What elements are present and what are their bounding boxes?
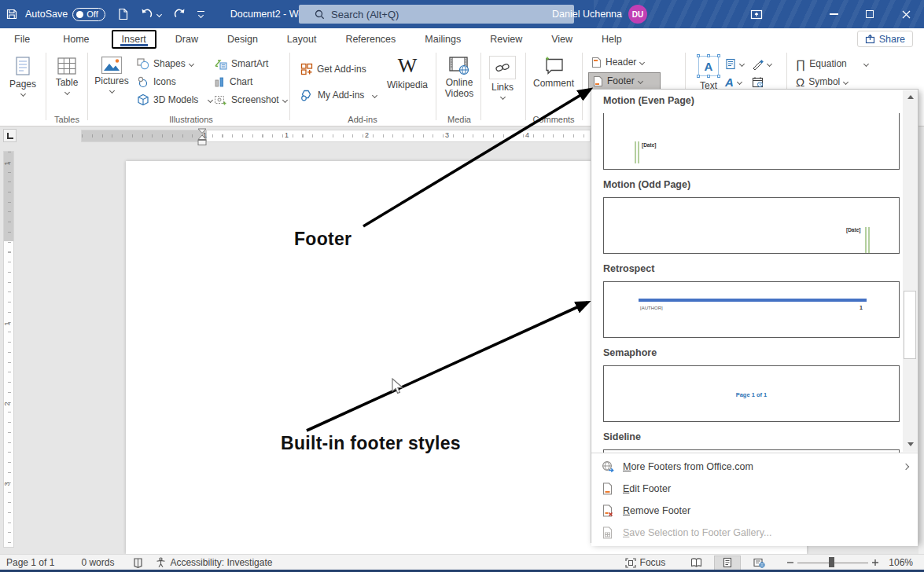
comment-button[interactable]: Comment <box>528 53 579 120</box>
3d-models-button[interactable]: 3D Models <box>137 92 212 108</box>
ribbon-display-options-button[interactable] <box>745 0 768 28</box>
date-time-button[interactable] <box>752 74 764 90</box>
signature-line-button[interactable] <box>752 56 771 72</box>
zoom-out-button[interactable] <box>783 555 797 570</box>
my-add-ins-chevron <box>372 92 377 97</box>
tab-insert[interactable]: Insert <box>112 30 156 49</box>
tab-view[interactable]: View <box>540 30 583 49</box>
tab-references[interactable]: References <box>334 30 407 49</box>
smartart-icon <box>214 58 227 70</box>
word-count[interactable]: 0 words <box>75 555 120 570</box>
menu-item-remove-footer[interactable]: Remove Footer <box>591 500 918 522</box>
symbol-button[interactable]: Ω Symbol <box>796 74 848 90</box>
document-scrollbar-strip[interactable] <box>918 126 924 554</box>
save-button[interactable] <box>0 0 24 28</box>
tab-review[interactable]: Review <box>479 30 533 49</box>
scrollbar-thumb[interactable] <box>904 291 916 359</box>
undo-dropdown-chevron[interactable] <box>156 11 162 16</box>
smartart-button[interactable]: SmartArt <box>214 56 268 72</box>
avatar[interactable]: DU <box>628 5 647 24</box>
equation-chevron <box>863 60 869 66</box>
links-button[interactable]: Links <box>484 53 521 120</box>
search-input[interactable]: Search (Alt+Q) <box>299 5 574 24</box>
shapes-button[interactable]: Shapes <box>137 56 193 72</box>
gallery-scrollbar[interactable] <box>903 90 918 452</box>
word-count-label: 0 words <box>81 557 114 568</box>
menu-item-label: More Footers from Office.com <box>623 461 753 472</box>
web-layout-button[interactable] <box>745 556 772 570</box>
vertical-ruler[interactable]: 1 1 2 3 <box>3 151 14 548</box>
quick-parts-button[interactable] <box>725 56 744 72</box>
icons-label: Icons <box>153 76 176 87</box>
chart-button[interactable]: Chart <box>214 74 252 90</box>
scroll-down-button[interactable] <box>903 438 918 451</box>
3d-models-chevron <box>208 97 213 102</box>
user-name[interactable]: Daniel Uchenna <box>552 9 622 20</box>
my-add-ins-button[interactable]: My Add-ins <box>300 87 377 103</box>
autosave-toggle[interactable]: Off <box>72 8 105 21</box>
accessibility-status[interactable]: Accessibility: Investigate <box>149 555 278 570</box>
menu-item-save-selection[interactable]: Save Selection to Footer Gallery... <box>591 522 918 544</box>
focus-mode-button[interactable]: Focus <box>619 555 672 570</box>
read-mode-button[interactable] <box>683 556 709 570</box>
wordart-button[interactable]: A <box>725 74 742 90</box>
comment-label: Comment <box>533 79 574 90</box>
page-indicator-label: Page 1 of 1 <box>6 557 54 568</box>
tab-design[interactable]: Design <box>216 30 269 49</box>
icons-button[interactable]: Icons <box>137 74 176 90</box>
proofing-status[interactable] <box>127 555 149 570</box>
tab-help[interactable]: Help <box>591 30 633 49</box>
menu-item-label: Save Selection to Footer Gallery... <box>623 527 771 538</box>
v-ruler-number: 1 <box>3 161 11 165</box>
page-indicator[interactable]: Page 1 of 1 <box>0 555 61 570</box>
group-label-comments: Comments <box>528 115 579 124</box>
v-ruler-number: 3 <box>3 482 11 486</box>
tab-layout[interactable]: Layout <box>276 30 328 49</box>
tab-file[interactable]: File <box>3 30 41 49</box>
new-document-button[interactable] <box>112 0 134 28</box>
pictures-button[interactable]: Pictures <box>91 53 132 120</box>
table-button[interactable]: Table <box>49 53 85 120</box>
maximize-button[interactable] <box>852 0 888 28</box>
gallery-item-semaphore[interactable]: Page 1 of 1 <box>603 365 900 422</box>
get-add-ins-label: Get Add-ins <box>317 64 366 75</box>
quick-access-more-button[interactable] <box>192 0 210 28</box>
tab-selector-button[interactable] <box>3 129 17 142</box>
menu-item-edit-footer[interactable]: Edit Footer <box>591 478 918 500</box>
share-button[interactable]: Share <box>857 31 913 47</box>
scroll-up-button[interactable] <box>903 90 918 104</box>
redo-button[interactable] <box>167 0 192 28</box>
footer-button[interactable]: Footer <box>588 72 661 90</box>
header-button[interactable]: Header <box>591 54 644 70</box>
menu-item-more-footers[interactable]: More Footers from Office.com <box>591 456 918 478</box>
links-label: Links <box>491 82 514 94</box>
wikipedia-button[interactable]: W Wikipedia <box>383 53 432 120</box>
zoom-in-button[interactable] <box>868 555 882 570</box>
ribbon-tab-row: File Home Insert Draw Design Layout Refe… <box>0 28 924 50</box>
annotation-builtin-label: Built-in footer styles <box>281 433 461 454</box>
equation-button[interactable]: ∏ Equation <box>796 56 868 72</box>
gallery-item-motion-odd[interactable]: [Date] <box>603 197 900 254</box>
online-videos-icon <box>448 56 470 76</box>
tab-draw[interactable]: Draw <box>164 30 209 49</box>
close-button[interactable] <box>888 0 924 28</box>
retrospect-rule <box>639 299 867 302</box>
gallery-item-retrospect[interactable]: [AUTHOR] 1 <box>603 281 900 338</box>
get-add-ins-button[interactable]: Get Add-ins <box>300 61 366 77</box>
v-ruler-number: 1 <box>3 321 11 325</box>
tab-mailings[interactable]: Mailings <box>414 30 472 49</box>
wikipedia-icon: W <box>398 56 418 76</box>
zoom-slider-thumb[interactable] <box>829 557 834 567</box>
screenshot-button[interactable]: Screenshot <box>214 92 287 108</box>
pages-button[interactable]: Pages <box>5 53 41 120</box>
undo-button[interactable] <box>134 0 167 28</box>
minimize-button[interactable] <box>815 0 852 28</box>
indent-markers[interactable] <box>197 128 207 148</box>
tab-home[interactable]: Home <box>52 30 100 49</box>
horizontal-ruler[interactable]: 1 1 2 3 4 <box>81 130 591 142</box>
zoom-level[interactable]: 106% <box>882 555 919 570</box>
print-layout-button[interactable] <box>714 556 741 570</box>
gallery-item-motion-even[interactable]: [Date] <box>603 113 900 170</box>
zoom-slider[interactable] <box>797 555 868 570</box>
online-videos-button[interactable]: Online Videos <box>439 53 480 120</box>
